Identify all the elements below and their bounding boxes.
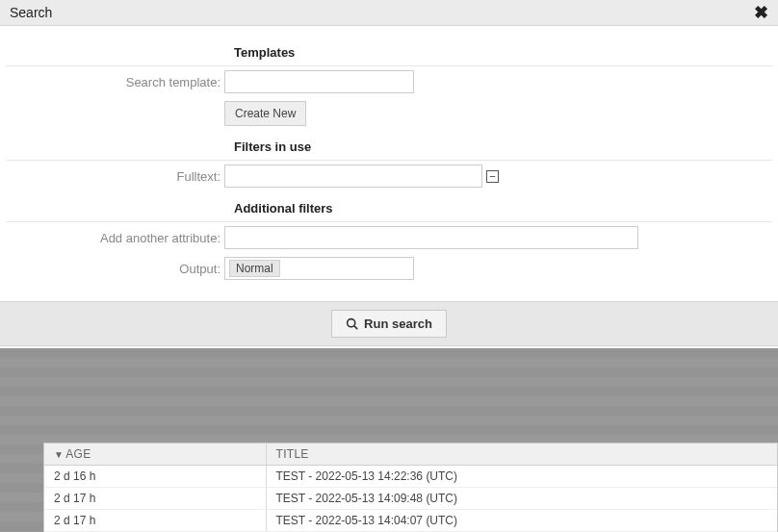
results-table: ▼AGE TITLE 2 d 16 hTEST - 2022-05-13 14:… [44,443,777,532]
run-search-label: Run search [364,317,432,331]
row-output: Output: Normal [2,253,776,284]
close-icon[interactable]: ✖ [754,4,768,21]
cell-age: 2 d 16 h [44,466,266,488]
section-heading-filters: Filters in use [234,130,776,160]
fulltext-input[interactable] [224,165,482,188]
table-row[interactable]: 2 d 17 hTEST - 2022-05-13 14:09:48 (UTC) [44,488,777,510]
cell-age: 2 d 17 h [44,510,266,532]
table-row[interactable]: 2 d 16 hTEST - 2022-05-13 14:22:36 (UTC) [44,466,777,488]
svg-point-0 [348,319,355,327]
col-header-age[interactable]: ▼AGE [44,443,266,466]
create-new-button[interactable]: Create New [224,101,306,126]
dialog-header: Search ✖ [0,0,778,26]
dialog-body: Templates Search template: Create New Fi… [0,26,778,284]
create-new-label: Create New [235,107,296,120]
sort-desc-icon: ▼ [54,449,64,460]
col-header-title[interactable]: TITLE [266,443,777,466]
svg-line-1 [354,326,357,329]
label-search-template: Search template: [2,75,224,89]
search-icon [346,317,358,330]
row-add-attribute: Add another attribute: [2,222,776,253]
cell-title: TEST - 2022-05-13 14:22:36 (UTC) [266,466,777,488]
row-create-new: Create New [2,97,776,130]
run-bar: Run search [0,301,778,346]
cell-title: TEST - 2022-05-13 14:04:07 (UTC) [266,510,777,532]
cell-age: 2 d 17 h [44,488,266,510]
section-heading-templates: Templates [234,36,776,65]
label-add-attribute: Add another attribute: [2,231,224,245]
section-heading-additional: Additional filters [234,191,776,221]
table-row[interactable]: 2 d 17 hTEST - 2022-05-13 14:04:07 (UTC) [44,510,777,532]
dialog-title: Search [10,5,52,20]
output-select[interactable]: Normal [224,257,414,280]
output-selected-token: Normal [229,260,280,277]
cell-title: TEST - 2022-05-13 14:09:48 (UTC) [266,488,777,510]
label-fulltext: Fulltext: [2,169,224,184]
results-panel: ▼AGE TITLE 2 d 16 hTEST - 2022-05-13 14:… [43,443,778,532]
search-template-input[interactable] [224,70,414,93]
run-search-button[interactable]: Run search [331,310,447,338]
row-search-template: Search template: [2,66,776,97]
remove-filter-icon[interactable]: − [486,170,499,183]
label-output: Output: [2,262,224,276]
row-fulltext: Fulltext: − [2,161,776,191]
add-attribute-input[interactable] [224,226,638,249]
